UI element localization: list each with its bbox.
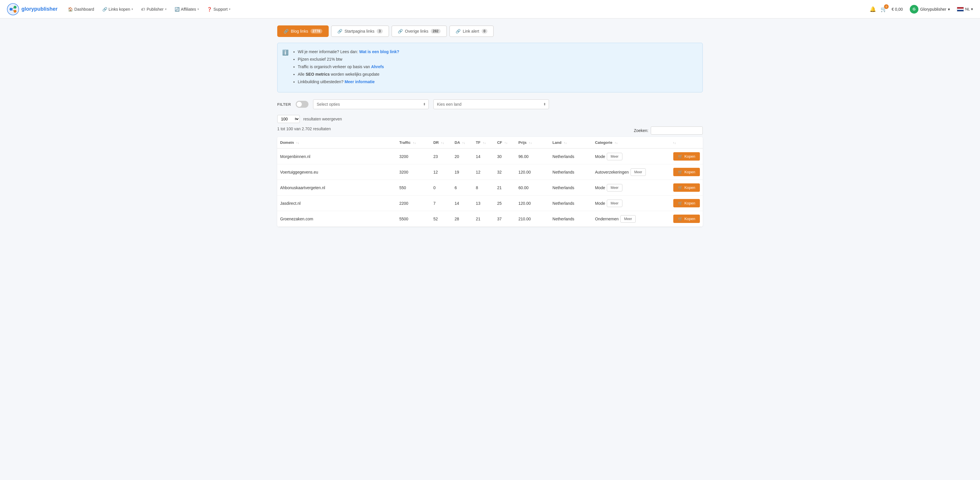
sort-icon: ↑↓ bbox=[296, 141, 299, 144]
cart-button[interactable]: 🛒 0 bbox=[881, 6, 887, 13]
table-row: Morgenbinnen.nl 3200 23 20 14 30 96.00 N… bbox=[277, 149, 703, 164]
tab-blog-links[interactable]: 🔗 Blog links 2778 bbox=[277, 25, 329, 37]
sort-icon: ↑↓ bbox=[615, 141, 618, 144]
data-table: Domein ↑↓ Traffic ↑↓ DR ↑↓ DA ↑↓ TF ↑↓ bbox=[277, 137, 703, 227]
kopen-button-0[interactable]: 🛒 Kopen bbox=[673, 152, 700, 161]
chevron-down-icon: ▾ bbox=[132, 8, 133, 11]
cell-prijs-2: 60.00 bbox=[515, 180, 550, 195]
chevron-down-icon: ▾ bbox=[971, 7, 973, 11]
nav-links-kopen[interactable]: 🔗 Links kopen ▾ bbox=[99, 5, 137, 14]
info-icon: ℹ️ bbox=[282, 49, 288, 56]
info-box: ℹ️ Wil je meer informatie? Lees dan: Wat… bbox=[277, 43, 703, 92]
tab-link-alert[interactable]: 🔗 Link alert 0 bbox=[449, 25, 494, 37]
nav-publisher[interactable]: 🏷 Publisher ▾ bbox=[138, 5, 170, 14]
meer-informatie-link[interactable]: Meer informatie bbox=[345, 79, 375, 84]
sort-icon: ↑↓ bbox=[673, 141, 676, 144]
info-item-2: Pijzen exclusief 21% btw bbox=[298, 56, 399, 62]
meer-button-0[interactable]: Meer bbox=[607, 153, 622, 160]
language-selector[interactable]: NL ▾ bbox=[957, 7, 973, 11]
tab-overige-links[interactable]: 🔗 Overige links 282 bbox=[391, 25, 447, 37]
cell-da-3: 14 bbox=[452, 195, 473, 211]
cell-cf-3: 25 bbox=[494, 195, 516, 211]
cell-domein-2: Ahbonuskaartvergeten.nl bbox=[277, 180, 396, 195]
table-header: Domein ↑↓ Traffic ↑↓ DR ↑↓ DA ↑↓ TF ↑↓ bbox=[277, 137, 703, 149]
cell-dr-4: 52 bbox=[430, 211, 452, 227]
search-label: Zoeken: bbox=[634, 128, 648, 133]
per-page-select[interactable]: 100 50 25 bbox=[277, 115, 300, 123]
select-opties[interactable]: Select opties bbox=[313, 99, 429, 109]
col-prijs[interactable]: Prijs ↑↓ bbox=[515, 137, 550, 149]
cell-land-2: Netherlands bbox=[550, 180, 592, 195]
kopen-button-3[interactable]: 🛒 Kopen bbox=[673, 199, 700, 208]
col-categorie[interactable]: Categorie ↑↓ bbox=[592, 137, 669, 149]
main-nav: 🏠 Dashboard 🔗 Links kopen ▾ 🏷 Publisher … bbox=[64, 5, 867, 14]
cell-tf-3: 13 bbox=[473, 195, 494, 211]
link-icon: 🔗 bbox=[337, 29, 342, 33]
nav-dashboard[interactable]: 🏠 Dashboard bbox=[64, 5, 98, 14]
link-icon: 🔗 bbox=[102, 7, 107, 11]
lang-label: NL bbox=[965, 7, 970, 11]
affiliates-icon: 🔄 bbox=[175, 7, 180, 11]
cell-da-1: 19 bbox=[452, 164, 473, 180]
notification-bell[interactable]: 🔔 bbox=[870, 6, 876, 13]
user-name: Glorypublisher bbox=[920, 7, 946, 11]
cell-prijs-4: 210.00 bbox=[515, 211, 550, 227]
cell-da-2: 6 bbox=[452, 180, 473, 195]
col-traffic[interactable]: Traffic ↑↓ bbox=[396, 137, 430, 149]
search-input[interactable] bbox=[651, 127, 703, 135]
cart-icon: 🛒 bbox=[678, 217, 682, 221]
user-menu[interactable]: G Glorypublisher ▾ bbox=[907, 4, 952, 15]
info-item-1: Wil je meer informatie? Lees dan: Wat is… bbox=[298, 49, 399, 55]
cell-cf-1: 32 bbox=[494, 164, 516, 180]
sort-icon: ↑↓ bbox=[504, 141, 508, 144]
col-domein[interactable]: Domein ↑↓ bbox=[277, 137, 396, 149]
nl-flag-icon bbox=[957, 7, 964, 11]
kopen-button-2[interactable]: 🛒 Kopen bbox=[673, 184, 700, 192]
info-content: Wil je meer informatie? Lees dan: Wat is… bbox=[292, 49, 399, 86]
col-cf[interactable]: CF ↑↓ bbox=[494, 137, 516, 149]
per-page-wrapper: 100 50 25 bbox=[277, 115, 300, 123]
meer-button-3[interactable]: Meer bbox=[607, 200, 622, 207]
cell-traffic-3: 2200 bbox=[396, 195, 430, 211]
kopen-button-4[interactable]: 🛒 Kopen bbox=[673, 215, 700, 223]
cell-actions-1: 🛒 Kopen bbox=[669, 164, 703, 180]
cart-icon: 🛒 bbox=[678, 185, 682, 190]
categorie-label-4: Ondernemen bbox=[595, 217, 619, 221]
search-row: Zoeken: bbox=[634, 127, 703, 135]
cell-cf-0: 30 bbox=[494, 149, 516, 164]
meer-button-4[interactable]: Meer bbox=[620, 215, 636, 223]
select-opties-wrapper: Select opties bbox=[313, 99, 429, 109]
meer-button-2[interactable]: Meer bbox=[607, 184, 622, 192]
select-land[interactable]: Kies een land bbox=[433, 99, 549, 109]
sort-icon: ↑↓ bbox=[564, 141, 567, 144]
cell-domein-0: Morgenbinnen.nl bbox=[277, 149, 396, 164]
nav-affiliates[interactable]: 🔄 Affiliates ▾ bbox=[171, 5, 203, 14]
cell-tf-1: 12 bbox=[473, 164, 494, 180]
ahrefs-link[interactable]: Ahrefs bbox=[371, 64, 384, 69]
chevron-down-icon: ▾ bbox=[229, 8, 231, 11]
cell-traffic-2: 550 bbox=[396, 180, 430, 195]
meer-button-1[interactable]: Meer bbox=[630, 168, 646, 176]
col-dr[interactable]: DR ↑↓ bbox=[430, 137, 452, 149]
cell-cf-4: 37 bbox=[494, 211, 516, 227]
sort-icon: ↑↓ bbox=[462, 141, 465, 144]
cell-prijs-0: 96.00 bbox=[515, 149, 550, 164]
info-item-5: Linkbuilding uitbesteden? Meer informati… bbox=[298, 79, 399, 85]
nav-support[interactable]: ❓ Support ▾ bbox=[204, 5, 234, 14]
col-land[interactable]: Land ↑↓ bbox=[550, 137, 592, 149]
cell-tf-0: 14 bbox=[473, 149, 494, 164]
col-tf[interactable]: TF ↑↓ bbox=[473, 137, 494, 149]
question-icon: ❓ bbox=[207, 7, 212, 11]
info-item-3: Traffic is organisch verkeer op basis va… bbox=[298, 64, 399, 70]
filter-toggle[interactable] bbox=[296, 101, 309, 108]
blog-link-info[interactable]: Wat is een blog link? bbox=[359, 49, 399, 54]
main-content: 🔗 Blog links 2778 🔗 Startpagina links 3 … bbox=[270, 19, 710, 234]
col-da[interactable]: DA ↑↓ bbox=[452, 137, 473, 149]
categorie-label-2: Mode bbox=[595, 185, 605, 190]
tab-startpagina-links[interactable]: 🔗 Startpagina links 3 bbox=[331, 25, 389, 37]
chevron-down-icon: ▾ bbox=[197, 8, 199, 11]
kopen-button-1[interactable]: 🛒 Kopen bbox=[673, 168, 700, 176]
brand-logo[interactable]: glorypublisher bbox=[7, 3, 57, 15]
svg-point-0 bbox=[7, 3, 19, 15]
link-icon: 🔗 bbox=[456, 29, 460, 33]
